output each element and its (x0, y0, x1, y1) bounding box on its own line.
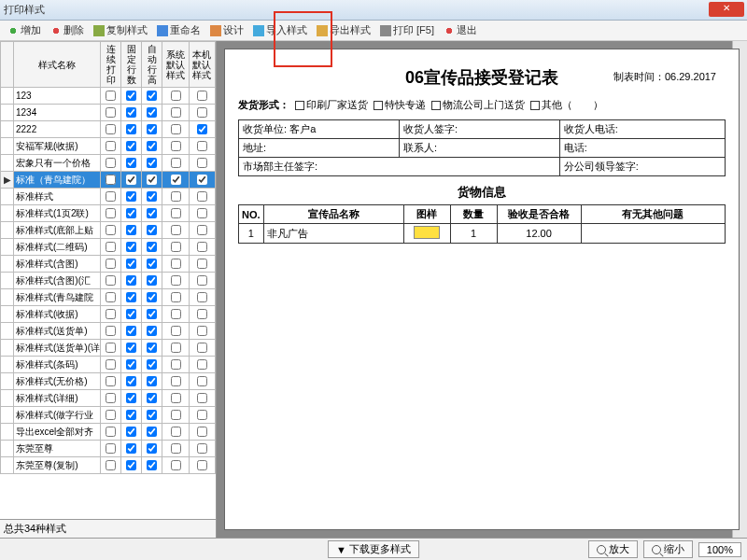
checkbox[interactable] (106, 141, 116, 151)
table-row[interactable]: 2222 (1, 121, 216, 138)
checkbox[interactable] (197, 292, 207, 302)
checkbox[interactable] (106, 393, 116, 403)
add-button[interactable]: 增加 (4, 22, 45, 38)
checkbox[interactable] (106, 359, 116, 370)
checkbox[interactable] (126, 225, 136, 235)
checkbox[interactable] (126, 292, 136, 302)
checkbox[interactable] (147, 175, 157, 185)
checkbox[interactable] (147, 208, 157, 218)
checkbox[interactable] (171, 225, 181, 235)
checkbox[interactable] (171, 242, 181, 252)
checkbox[interactable] (197, 343, 207, 353)
export-style-button[interactable]: 导出样式 (313, 22, 374, 38)
table-row[interactable]: 标准样式(1页2联) (1, 205, 216, 222)
checkbox[interactable] (126, 124, 136, 134)
checkbox[interactable] (106, 208, 116, 218)
table-row[interactable]: 标准样式(收据) (1, 306, 216, 323)
checkbox[interactable] (126, 175, 136, 185)
table-row[interactable]: 标准样式(送货单) (1, 323, 216, 340)
checkbox[interactable] (106, 460, 116, 470)
checkbox[interactable] (171, 309, 181, 319)
checkbox[interactable] (171, 460, 181, 470)
table-row[interactable]: 标准样式(含图) (1, 256, 216, 273)
checkbox[interactable] (106, 158, 116, 168)
checkbox[interactable] (126, 309, 136, 319)
checkbox[interactable] (147, 275, 157, 286)
checkbox[interactable] (126, 343, 136, 353)
checkbox[interactable] (197, 191, 207, 202)
checkbox[interactable] (171, 393, 181, 403)
checkbox[interactable] (126, 393, 136, 403)
checkbox[interactable] (126, 326, 136, 336)
checkbox[interactable] (106, 292, 116, 302)
table-row[interactable]: 标准样式(二维码) (1, 239, 216, 256)
checkbox[interactable] (106, 427, 116, 437)
checkbox[interactable] (106, 259, 116, 269)
checkbox[interactable] (197, 259, 207, 269)
checkbox[interactable] (147, 393, 157, 403)
checkbox[interactable] (147, 158, 157, 168)
zoom-out-button[interactable]: 缩小 (643, 540, 693, 558)
checkbox[interactable] (126, 141, 136, 151)
checkbox[interactable] (147, 141, 157, 151)
checkbox[interactable] (197, 141, 207, 151)
copy-style-button[interactable]: 复制样式 (90, 22, 151, 38)
checkbox[interactable] (171, 124, 181, 134)
table-row[interactable]: 标准样式(条码) (1, 357, 216, 373)
table-row[interactable]: 标准样式(青鸟建院 (1, 289, 216, 306)
table-row[interactable]: 安福军规(收据) (1, 138, 216, 155)
checkbox[interactable] (126, 427, 136, 437)
checkbox[interactable] (126, 460, 136, 470)
checkbox[interactable] (197, 443, 207, 454)
checkbox[interactable] (197, 410, 207, 420)
checkbox[interactable] (147, 359, 157, 370)
checkbox[interactable] (126, 107, 136, 118)
table-row[interactable]: 123 (1, 88, 216, 105)
checkbox[interactable] (147, 91, 157, 101)
checkbox[interactable] (106, 443, 116, 454)
checkbox[interactable] (126, 443, 136, 454)
checkbox[interactable] (171, 158, 181, 168)
checkbox[interactable] (197, 460, 207, 470)
checkbox[interactable] (147, 410, 157, 420)
checkbox[interactable] (126, 91, 136, 101)
checkbox[interactable] (197, 359, 207, 370)
checkbox[interactable] (197, 91, 207, 101)
table-row[interactable]: 标准样式(无价格) (1, 373, 216, 390)
checkbox[interactable] (171, 343, 181, 353)
checkbox[interactable] (126, 242, 136, 252)
checkbox[interactable] (197, 326, 207, 336)
checkbox[interactable] (106, 410, 116, 420)
exit-button[interactable]: 退出 (440, 22, 481, 38)
checkbox[interactable] (197, 124, 207, 134)
checkbox[interactable] (171, 326, 181, 336)
table-row[interactable]: 标准样式(底部上贴 (1, 222, 216, 239)
table-row[interactable]: 标准样式(做字行业 (1, 407, 216, 424)
checkbox[interactable] (197, 225, 207, 235)
design-button[interactable]: 设计 (206, 22, 247, 38)
rename-button[interactable]: 重命名 (153, 22, 204, 38)
checkbox[interactable] (171, 141, 181, 151)
checkbox[interactable] (126, 191, 136, 202)
checkbox[interactable] (147, 191, 157, 202)
print-button[interactable]: 打印 [F5] (376, 22, 438, 38)
checkbox[interactable] (171, 208, 181, 218)
checkbox[interactable] (106, 191, 116, 202)
checkbox[interactable] (147, 107, 157, 118)
checkbox[interactable] (147, 225, 157, 235)
checkbox[interactable] (126, 259, 136, 269)
checkbox[interactable] (197, 107, 207, 118)
table-row[interactable]: 导出excel全部对齐 (1, 424, 216, 441)
checkbox[interactable] (126, 275, 136, 286)
checkbox[interactable] (147, 292, 157, 302)
checkbox[interactable] (197, 175, 207, 185)
checkbox[interactable] (197, 208, 207, 218)
checkbox[interactable] (197, 427, 207, 437)
checkbox[interactable] (126, 158, 136, 168)
checkbox[interactable] (171, 91, 181, 101)
checkbox[interactable] (197, 275, 207, 286)
table-row[interactable]: 标准样式 (1, 189, 216, 205)
checkbox[interactable] (171, 376, 181, 386)
checkbox[interactable] (147, 326, 157, 336)
checkbox[interactable] (147, 460, 157, 470)
